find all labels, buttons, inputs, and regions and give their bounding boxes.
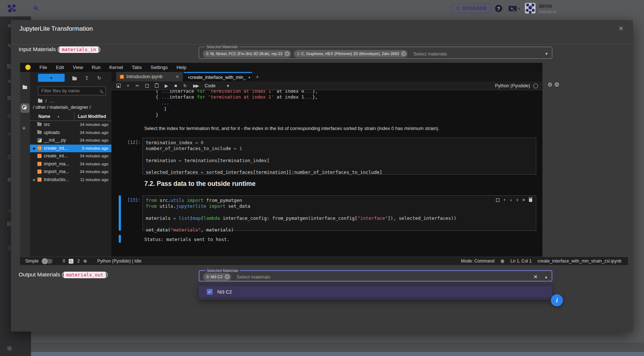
output-select-placeholder[interactable]: Select materials (237, 274, 270, 280)
output-materials-select[interactable]: Selected Materials 0: Ni3 C2 ✕ Select ma… (199, 268, 552, 282)
duplicate-cell-icon[interactable] (496, 198, 499, 202)
filter-files-input[interactable]: Filter files by name (38, 87, 106, 95)
status-right: Mode: Command ⊗ Ln 1, Col 1 create_inter… (461, 258, 628, 264)
save-icon[interactable] (117, 84, 121, 88)
user-avatar[interactable] (525, 3, 536, 14)
run-icon[interactable]: ▶ (165, 83, 168, 88)
file-row-create-interface[interactable]: create_int... 34 minutes ago (30, 152, 111, 160)
file-name: create_int... (44, 146, 68, 151)
move-down-icon[interactable]: ↓ (510, 198, 512, 202)
kernel-status-text[interactable]: Python (Pyodide) | Idle (97, 259, 141, 264)
file-row-src[interactable]: src 34 minutes ago (30, 121, 111, 129)
code-cell-13[interactable]: ↑ ↓ ↧ ≡ from src.utils import from_pymat… (142, 195, 536, 231)
cell-type-select[interactable]: Code (205, 83, 216, 88)
cut-icon[interactable]: ✂ (136, 83, 139, 88)
gear-icon[interactable]: ⚙ ⚙ (548, 81, 559, 88)
notebook-content[interactable]: { ...interface for 'termination at index… (111, 90, 542, 256)
file-row-init-py[interactable]: __init__.py 34 minutes ago (30, 137, 111, 145)
home-folder-icon[interactable] (38, 99, 42, 103)
checkbox-checked-icon[interactable]: ✓ (207, 289, 213, 295)
chip-remove-icon[interactable]: ✕ (285, 51, 290, 56)
input-material-chip[interactable]: 1: C, Graphene, HEX (P6/mmm) 2D (Monolay… (294, 50, 408, 58)
column-name[interactable]: Name (38, 114, 50, 119)
copy-icon[interactable] (145, 84, 149, 88)
file-row-import-materials[interactable]: import_ma... 34 minutes ago (30, 160, 111, 168)
filebrowser-tab-icon[interactable] (23, 86, 27, 89)
file-name: __init__.py (44, 138, 66, 143)
chevron-down-icon[interactable]: ▾ (545, 51, 548, 56)
cell-output-json: { ...interface for 'termination at index… (156, 90, 318, 118)
cell-type-caret-icon[interactable]: ▾ (227, 83, 229, 88)
tab-introduction[interactable]: Introduction.ipynb ✕ (116, 72, 183, 81)
new-folder-icon[interactable] (72, 77, 77, 80)
breadcrumb-path[interactable]: / other / materials_designer / (33, 105, 91, 110)
new-tab-icon[interactable]: + (256, 73, 259, 80)
insert-below-icon[interactable]: ↧ (516, 198, 519, 202)
toc-tab-icon[interactable]: ≡ (22, 125, 25, 131)
stop-icon[interactable]: ■ (174, 83, 177, 88)
menu-file[interactable]: File (35, 65, 52, 70)
help-icon[interactable]: ? (495, 5, 502, 12)
file-row-uploads[interactable]: uploads 34 minutes ago (30, 129, 111, 137)
file-row-introduction[interactable]: Introductio... 11 minutes ago (30, 176, 111, 184)
paren: ) (99, 46, 100, 52)
unsaved-dot-icon[interactable]: ● (248, 76, 250, 79)
search-icon[interactable] (34, 6, 37, 9)
tab-label: Introduction.ipynb (126, 74, 163, 79)
notebook-toolbar: + ✂ ▶ ■ ↻ ▶▶ Code ▾ Python (Pyodide) (111, 81, 542, 90)
input-select-placeholder[interactable]: Select materials (413, 51, 447, 57)
kernel-indicator[interactable]: Python (Pyodide) (495, 81, 538, 90)
menu-edit[interactable]: Edit (52, 65, 68, 70)
dialog-close-icon[interactable]: ✕ (618, 25, 624, 32)
upload-icon[interactable]: ↥ (85, 75, 89, 81)
move-up-icon[interactable]: ↑ (503, 198, 506, 202)
clear-selection-icon[interactable]: ✕ (533, 274, 538, 280)
terminal-icon[interactable]: >_ (508, 6, 517, 11)
menu-settings[interactable]: Settings (146, 65, 172, 70)
kernels-count[interactable]: 2 (77, 259, 80, 264)
notebook-main-area: Introduction.ipynb ✕ create_interface_wi… (111, 72, 542, 257)
chevron-up-icon[interactable]: ▴ (545, 274, 547, 279)
menu-tabs[interactable]: Tabs (127, 65, 146, 70)
restart-kernel-icon[interactable]: ↻ (183, 83, 187, 88)
menu-view[interactable]: View (68, 65, 87, 70)
input-material-chip[interactable]: 0: Ni, Nickel, FCC (Fm-3m) 3D (Bulk), mp… (203, 50, 291, 58)
file-row-import-materials-2[interactable]: import_ma... 34 minutes ago (30, 168, 111, 176)
more-options-icon[interactable]: ≡ (522, 198, 525, 202)
info-fab-button[interactable]: i (551, 294, 563, 306)
stop-circle-icon (22, 105, 27, 110)
chip-remove-icon[interactable]: ✕ (401, 51, 406, 56)
simple-mode-toggle[interactable] (42, 259, 53, 264)
upgrade-button[interactable]: ↥ UPGRADE (452, 4, 491, 13)
new-launcher-button[interactable]: + (38, 74, 65, 82)
input-materials-select[interactable]: Selected Materials 0: Ni, Nickel, FCC (F… (199, 45, 552, 59)
running-kernels-tab[interactable] (20, 103, 30, 113)
brand-logo-icon[interactable] (7, 4, 16, 13)
dropdown-option-ni3c2[interactable]: ✓ Ni3 C2 (199, 286, 552, 297)
output-materials-label: Output Materials (materials_out) (19, 271, 108, 278)
output-material-chip[interactable]: 0: Ni3 C2 ✕ (203, 273, 231, 281)
chip-remove-icon[interactable]: ✕ (225, 274, 230, 279)
file-row-create-interface-selected[interactable]: create_int... 5 minutes ago (30, 145, 111, 153)
code-cell-12[interactable]: termination_index = 0number_of_interface… (142, 138, 536, 175)
cell-13-prompt: [13]: (117, 198, 141, 203)
menu-kernel[interactable]: Kernel (105, 65, 127, 70)
output-collapser[interactable] (119, 235, 121, 243)
breadcrumb-ellipsis[interactable]: … (50, 98, 54, 104)
menu-run[interactable]: Run (87, 65, 105, 70)
terminals-count[interactable]: 0 (63, 259, 65, 264)
breadcrumb[interactable]: / … (38, 98, 54, 104)
tab-close-icon[interactable]: ✕ (176, 74, 179, 79)
refresh-icon[interactable]: ↻ (97, 75, 101, 81)
paste-icon[interactable] (155, 84, 159, 88)
add-cell-icon[interactable]: + (127, 83, 129, 88)
delete-cell-icon[interactable] (529, 198, 532, 202)
command-mode-label[interactable]: Mode: Command (461, 259, 495, 264)
sidebar-icon[interactable]: ⊞ (7, 345, 12, 351)
tab-create-interface-active[interactable]: create_interface_with_min_ ● (184, 72, 252, 81)
cursor-position[interactable]: Ln 1, Col 1 (511, 259, 532, 264)
menu-help[interactable]: Help (172, 65, 191, 70)
restart-run-all-icon[interactable]: ▶▶ (193, 83, 198, 88)
upgrade-label: UPGRADE (462, 6, 487, 11)
column-last-modified[interactable]: Last Modified (78, 114, 106, 119)
